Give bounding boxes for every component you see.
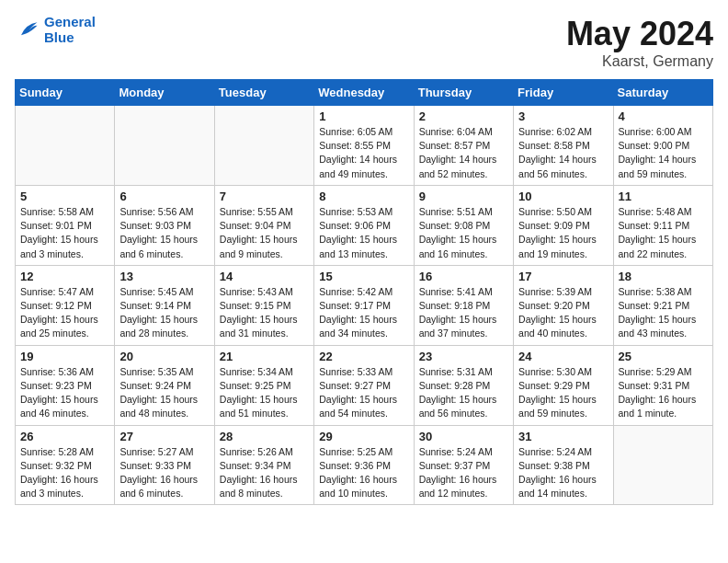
calendar-cell: 12Sunrise: 5:47 AM Sunset: 9:12 PM Dayli… bbox=[16, 265, 115, 345]
weekday-header-thursday: Thursday bbox=[414, 80, 513, 106]
day-number: 9 bbox=[419, 190, 508, 203]
calendar-cell: 20Sunrise: 5:35 AM Sunset: 9:24 PM Dayli… bbox=[115, 345, 214, 425]
day-info: Sunrise: 5:39 AM Sunset: 9:20 PM Dayligh… bbox=[518, 285, 608, 341]
day-info: Sunrise: 6:05 AM Sunset: 8:55 PM Dayligh… bbox=[319, 125, 408, 181]
calendar-cell: 8Sunrise: 5:53 AM Sunset: 9:06 PM Daylig… bbox=[314, 185, 414, 265]
day-number: 2 bbox=[419, 109, 508, 123]
calendar-cell bbox=[613, 425, 712, 505]
day-info: Sunrise: 5:27 AM Sunset: 9:33 PM Dayligh… bbox=[119, 445, 209, 501]
day-info: Sunrise: 5:58 AM Sunset: 9:01 PM Dayligh… bbox=[20, 205, 109, 261]
calendar-cell bbox=[214, 106, 313, 186]
day-info: Sunrise: 5:42 AM Sunset: 9:17 PM Dayligh… bbox=[319, 285, 408, 341]
calendar-cell: 10Sunrise: 5:50 AM Sunset: 9:09 PM Dayli… bbox=[514, 185, 613, 265]
weekday-header-friday: Friday bbox=[514, 80, 613, 106]
calendar-cell: 30Sunrise: 5:24 AM Sunset: 9:37 PM Dayli… bbox=[414, 425, 513, 505]
day-number: 16 bbox=[419, 270, 508, 283]
calendar-cell: 19Sunrise: 5:36 AM Sunset: 9:23 PM Dayli… bbox=[16, 345, 115, 425]
day-number: 10 bbox=[518, 190, 608, 203]
calendar-cell: 11Sunrise: 5:48 AM Sunset: 9:11 PM Dayli… bbox=[613, 185, 712, 265]
calendar-cell: 4Sunrise: 6:00 AM Sunset: 9:00 PM Daylig… bbox=[613, 106, 712, 186]
calendar-cell: 17Sunrise: 5:39 AM Sunset: 9:20 PM Dayli… bbox=[514, 265, 613, 345]
day-info: Sunrise: 5:48 AM Sunset: 9:11 PM Dayligh… bbox=[619, 205, 708, 261]
calendar-cell: 24Sunrise: 5:30 AM Sunset: 9:29 PM Dayli… bbox=[514, 345, 613, 425]
day-number: 21 bbox=[220, 350, 309, 363]
weekday-header-row: SundayMondayTuesdayWednesdayThursdayFrid… bbox=[16, 80, 713, 106]
day-info: Sunrise: 5:55 AM Sunset: 9:04 PM Dayligh… bbox=[220, 205, 309, 261]
day-info: Sunrise: 5:51 AM Sunset: 9:08 PM Dayligh… bbox=[419, 205, 508, 261]
calendar-cell bbox=[16, 106, 115, 186]
calendar-cell: 2Sunrise: 6:04 AM Sunset: 8:57 PM Daylig… bbox=[414, 106, 513, 186]
day-number: 30 bbox=[419, 430, 508, 443]
day-number: 1 bbox=[319, 109, 408, 123]
day-info: Sunrise: 5:25 AM Sunset: 9:36 PM Dayligh… bbox=[319, 445, 408, 501]
day-info: Sunrise: 5:53 AM Sunset: 9:06 PM Dayligh… bbox=[319, 205, 408, 261]
weekday-header-saturday: Saturday bbox=[613, 80, 712, 106]
day-number: 7 bbox=[220, 190, 309, 203]
day-info: Sunrise: 5:45 AM Sunset: 9:14 PM Dayligh… bbox=[119, 285, 209, 341]
day-info: Sunrise: 5:47 AM Sunset: 9:12 PM Dayligh… bbox=[20, 285, 109, 341]
calendar-cell: 13Sunrise: 5:45 AM Sunset: 9:14 PM Dayli… bbox=[115, 265, 214, 345]
day-info: Sunrise: 5:50 AM Sunset: 9:09 PM Dayligh… bbox=[518, 205, 608, 261]
day-info: Sunrise: 6:04 AM Sunset: 8:57 PM Dayligh… bbox=[419, 125, 508, 181]
calendar-cell: 7Sunrise: 5:55 AM Sunset: 9:04 PM Daylig… bbox=[214, 185, 313, 265]
calendar-week-2: 5Sunrise: 5:58 AM Sunset: 9:01 PM Daylig… bbox=[16, 185, 713, 265]
day-info: Sunrise: 5:24 AM Sunset: 9:37 PM Dayligh… bbox=[419, 445, 508, 501]
calendar-cell: 25Sunrise: 5:29 AM Sunset: 9:31 PM Dayli… bbox=[613, 345, 712, 425]
calendar-cell: 31Sunrise: 5:24 AM Sunset: 9:38 PM Dayli… bbox=[514, 425, 613, 505]
day-number: 20 bbox=[119, 350, 209, 363]
day-number: 4 bbox=[619, 109, 708, 123]
day-number: 27 bbox=[119, 430, 209, 443]
calendar-cell: 6Sunrise: 5:56 AM Sunset: 9:03 PM Daylig… bbox=[115, 185, 214, 265]
weekday-header-sunday: Sunday bbox=[16, 80, 115, 106]
calendar-table: SundayMondayTuesdayWednesdayThursdayFrid… bbox=[15, 79, 713, 505]
day-number: 28 bbox=[220, 430, 309, 443]
logo-icon bbox=[15, 17, 40, 43]
calendar-cell: 5Sunrise: 5:58 AM Sunset: 9:01 PM Daylig… bbox=[16, 185, 115, 265]
day-number: 11 bbox=[619, 190, 708, 203]
month-title: May 2024 bbox=[566, 15, 713, 53]
calendar-cell: 29Sunrise: 5:25 AM Sunset: 9:36 PM Dayli… bbox=[314, 425, 414, 505]
day-info: Sunrise: 5:26 AM Sunset: 9:34 PM Dayligh… bbox=[220, 445, 309, 501]
day-info: Sunrise: 5:43 AM Sunset: 9:15 PM Dayligh… bbox=[220, 285, 309, 341]
calendar-week-1: 1Sunrise: 6:05 AM Sunset: 8:55 PM Daylig… bbox=[16, 106, 713, 186]
day-number: 26 bbox=[20, 430, 109, 443]
calendar-cell: 27Sunrise: 5:27 AM Sunset: 9:33 PM Dayli… bbox=[115, 425, 214, 505]
day-info: Sunrise: 5:30 AM Sunset: 9:29 PM Dayligh… bbox=[518, 365, 608, 421]
calendar-cell: 21Sunrise: 5:34 AM Sunset: 9:25 PM Dayli… bbox=[214, 345, 313, 425]
day-info: Sunrise: 6:02 AM Sunset: 8:58 PM Dayligh… bbox=[518, 125, 608, 181]
day-number: 15 bbox=[319, 270, 408, 283]
weekday-header-monday: Monday bbox=[115, 80, 214, 106]
day-info: Sunrise: 5:24 AM Sunset: 9:38 PM Dayligh… bbox=[518, 445, 608, 501]
day-info: Sunrise: 5:29 AM Sunset: 9:31 PM Dayligh… bbox=[619, 365, 708, 421]
page-header: General Blue May 2024 Kaarst, Germany bbox=[15, 15, 713, 70]
day-number: 24 bbox=[518, 350, 608, 363]
day-number: 25 bbox=[619, 350, 708, 363]
day-number: 23 bbox=[419, 350, 508, 363]
day-number: 6 bbox=[119, 190, 209, 203]
day-info: Sunrise: 5:56 AM Sunset: 9:03 PM Dayligh… bbox=[119, 205, 209, 261]
calendar-cell: 9Sunrise: 5:51 AM Sunset: 9:08 PM Daylig… bbox=[414, 185, 513, 265]
day-info: Sunrise: 5:41 AM Sunset: 9:18 PM Dayligh… bbox=[419, 285, 508, 341]
logo-text: General Blue bbox=[44, 15, 96, 45]
location-title: Kaarst, Germany bbox=[566, 53, 713, 70]
calendar-week-4: 19Sunrise: 5:36 AM Sunset: 9:23 PM Dayli… bbox=[16, 345, 713, 425]
day-number: 13 bbox=[119, 270, 209, 283]
calendar-cell: 23Sunrise: 5:31 AM Sunset: 9:28 PM Dayli… bbox=[414, 345, 513, 425]
calendar-cell bbox=[115, 106, 214, 186]
day-number: 31 bbox=[518, 430, 608, 443]
logo: General Blue bbox=[15, 15, 96, 45]
day-number: 19 bbox=[20, 350, 109, 363]
day-info: Sunrise: 5:35 AM Sunset: 9:24 PM Dayligh… bbox=[119, 365, 209, 421]
day-info: Sunrise: 6:00 AM Sunset: 9:00 PM Dayligh… bbox=[619, 125, 708, 181]
day-info: Sunrise: 5:34 AM Sunset: 9:25 PM Dayligh… bbox=[220, 365, 309, 421]
day-number: 12 bbox=[20, 270, 109, 283]
day-number: 8 bbox=[319, 190, 408, 203]
title-block: May 2024 Kaarst, Germany bbox=[566, 15, 713, 70]
calendar-cell: 22Sunrise: 5:33 AM Sunset: 9:27 PM Dayli… bbox=[314, 345, 414, 425]
day-info: Sunrise: 5:36 AM Sunset: 9:23 PM Dayligh… bbox=[20, 365, 109, 421]
calendar-cell: 15Sunrise: 5:42 AM Sunset: 9:17 PM Dayli… bbox=[314, 265, 414, 345]
calendar-cell: 18Sunrise: 5:38 AM Sunset: 9:21 PM Dayli… bbox=[613, 265, 712, 345]
day-info: Sunrise: 5:28 AM Sunset: 9:32 PM Dayligh… bbox=[20, 445, 109, 501]
day-number: 14 bbox=[220, 270, 309, 283]
calendar-cell: 26Sunrise: 5:28 AM Sunset: 9:32 PM Dayli… bbox=[16, 425, 115, 505]
